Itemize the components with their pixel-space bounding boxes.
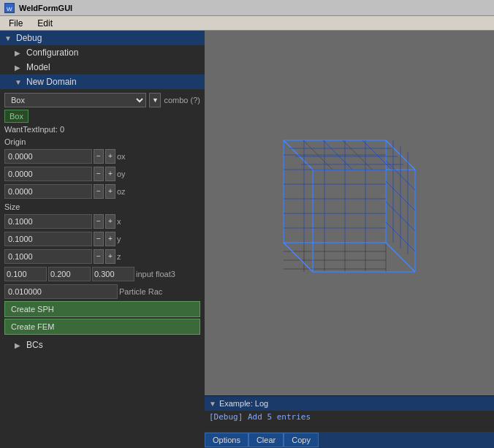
particle-suffix: Particle Rac — [119, 287, 162, 296]
copy-button[interactable]: Copy — [284, 433, 319, 447]
log-content: [Debug] Add 5 entries — [205, 411, 494, 432]
log-header[interactable]: ▼ Example: Log — [205, 396, 494, 411]
sy-label: y — [117, 235, 129, 243]
new-domain-label: New Domain — [26, 77, 77, 87]
origin-label: Origin — [4, 136, 200, 147]
menu-file[interactable]: File — [3, 18, 28, 29]
particle-row: Particle Rac — [4, 284, 200, 300]
clear-button[interactable]: Clear — [248, 433, 284, 447]
ox-row: − + ox — [4, 148, 200, 164]
create-sph-button[interactable]: Create SPH — [4, 301, 200, 317]
size-label: Size — [4, 201, 200, 212]
viewport[interactable] — [205, 31, 494, 395]
triple-float-row: input float3 — [4, 266, 200, 282]
sidebar-item-configuration[interactable]: ▶ Configuration — [0, 45, 205, 60]
sx-input[interactable] — [4, 214, 92, 229]
combo-down-btn[interactable]: ▼ — [149, 93, 161, 107]
triple-suffix: input float3 — [136, 270, 175, 278]
log-panel: ▼ Example: Log [Debug] Add 5 entries Opt… — [205, 395, 494, 448]
right-area: ▼ Example: Log [Debug] Add 5 entries Opt… — [205, 31, 494, 448]
ox-label: ox — [117, 152, 129, 161]
sz-input[interactable] — [4, 249, 92, 264]
sy-minus-btn[interactable]: − — [94, 232, 104, 246]
sidebar-item-debug[interactable]: ▼ Debug — [0, 31, 205, 45]
sz-minus-btn[interactable]: − — [94, 249, 104, 264]
sidebar-item-model[interactable]: ▶ Model — [0, 60, 205, 75]
configuration-arrow: ▶ — [15, 49, 23, 57]
menu-edit[interactable]: Edit — [31, 18, 58, 29]
debug-label: Debug — [16, 33, 42, 43]
bcs-arrow: ▶ — [15, 341, 23, 349]
sz-label: z — [117, 252, 129, 261]
sidebar: ▼ Debug ▶ Configuration ▶ Model ▼ New Do… — [0, 31, 205, 448]
title-bar: W WeldFormGUI — [0, 0, 494, 16]
oy-plus-btn[interactable]: + — [105, 167, 115, 181]
window-title: WeldFormGUI — [19, 4, 72, 12]
triple-input-1[interactable] — [4, 267, 47, 281]
debug-arrow: ▼ — [4, 34, 13, 42]
particle-input[interactable] — [4, 284, 118, 299]
sx-label: x — [117, 217, 129, 226]
cube-wireframe — [240, 111, 459, 316]
model-label: Model — [26, 62, 50, 72]
app-icon: W — [4, 3, 15, 13]
ox-minus-btn[interactable]: − — [94, 149, 104, 164]
oz-plus-btn[interactable]: + — [105, 184, 115, 199]
oz-input[interactable] — [4, 184, 92, 199]
want-text-info: WantTextInput: 0 — [4, 124, 200, 134]
triple-input-2[interactable] — [48, 267, 91, 281]
menu-bar: File Edit — [0, 16, 494, 31]
new-domain-arrow: ▼ — [15, 78, 23, 86]
sidebar-item-new-domain[interactable]: ▼ New Domain — [0, 75, 205, 89]
sz-row: − + z — [4, 248, 200, 265]
ox-plus-btn[interactable]: + — [105, 149, 115, 164]
domain-form: Box ▼ combo (?) Box WantTextInput: 0 Ori… — [0, 89, 205, 338]
sy-input[interactable] — [4, 232, 92, 246]
oz-minus-btn[interactable]: − — [94, 184, 104, 199]
sz-plus-btn[interactable]: + — [105, 249, 115, 264]
oy-label: oy — [117, 170, 129, 178]
bcs-label: BCs — [26, 340, 43, 350]
box-combo[interactable]: Box — [4, 93, 146, 107]
sidebar-item-bcs[interactable]: ▶ BCs — [0, 338, 205, 352]
oz-row: − + oz — [4, 183, 200, 200]
sx-minus-btn[interactable]: − — [94, 214, 104, 229]
log-entry: [Debug] Add 5 entries — [209, 412, 490, 422]
log-expand-icon: ▼ — [209, 400, 216, 408]
sx-plus-btn[interactable]: + — [105, 214, 115, 229]
model-arrow: ▶ — [15, 64, 23, 72]
options-button[interactable]: Options — [205, 433, 248, 447]
svg-text:W: W — [7, 6, 12, 12]
oy-row: − + oy — [4, 166, 200, 182]
triple-input-3[interactable] — [92, 267, 134, 281]
svg-line-32 — [284, 243, 313, 272]
create-fem-button[interactable]: Create FEM — [4, 319, 200, 335]
sx-row: − + x — [4, 213, 200, 229]
oz-label: oz — [117, 187, 129, 196]
oy-input[interactable] — [4, 167, 92, 181]
main-layout: ▼ Debug ▶ Configuration ▶ Model ▼ New Do… — [0, 31, 494, 448]
type-tag: Box — [4, 110, 28, 123]
oy-minus-btn[interactable]: − — [94, 167, 104, 181]
log-toolbar: Options Clear Copy — [205, 432, 494, 448]
combo-row: Box ▼ combo (?) — [4, 92, 200, 108]
sy-plus-btn[interactable]: + — [105, 232, 115, 246]
configuration-label: Configuration — [26, 48, 78, 58]
ox-input[interactable] — [4, 149, 92, 164]
log-title: Example: Log — [219, 399, 268, 408]
combo-hint: combo (?) — [164, 96, 200, 105]
sy-row: − + y — [4, 231, 200, 247]
